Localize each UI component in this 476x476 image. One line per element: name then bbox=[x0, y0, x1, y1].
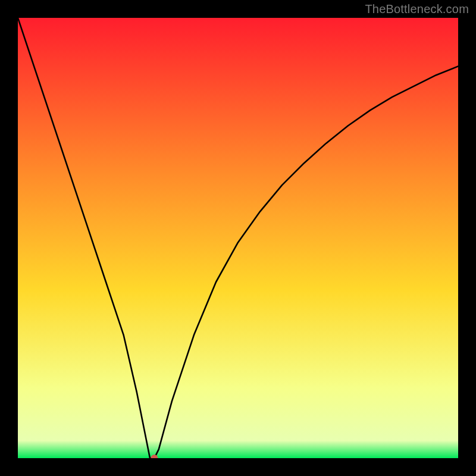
chart-plot-area bbox=[18, 18, 458, 458]
chart-svg bbox=[18, 18, 458, 458]
gradient-background bbox=[18, 18, 458, 458]
chart-frame: TheBottleneck.com bbox=[0, 0, 476, 476]
watermark-text: TheBottleneck.com bbox=[365, 2, 469, 16]
